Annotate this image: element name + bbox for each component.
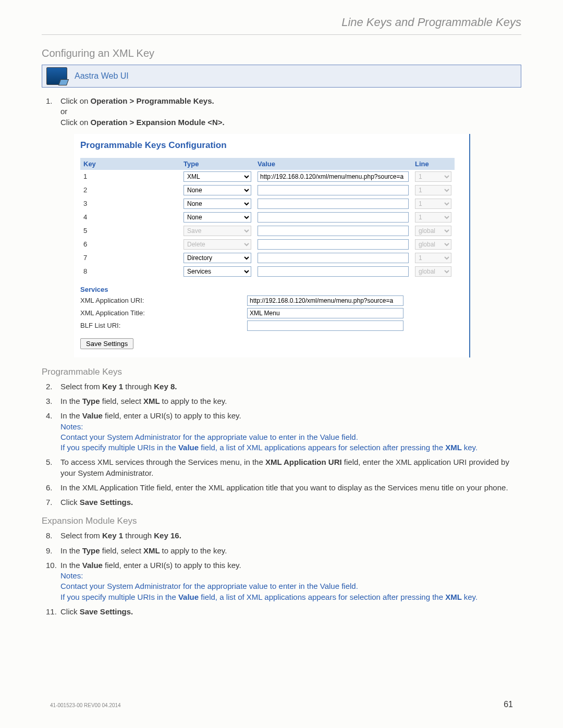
table-row: 6Deleteglobal [80,238,455,251]
value-input[interactable] [258,171,409,182]
aastra-web-ui-box: Aastra Web UI [42,65,521,88]
expansion-module-keys-subhead: Expansion Module Keys [42,516,521,526]
step-5: 5. To access XML services through the Se… [46,455,521,480]
xml-app-title-label: XML Application Title: [80,309,247,317]
table-row: 1XML1 [80,170,455,183]
xml-app-uri-label: XML Application URI: [80,297,247,304]
running-head: Line Keys and Programmable Keys [42,16,521,35]
line-select: global [415,239,451,250]
value-input[interactable] [258,185,409,195]
line-select: 1 [415,199,451,209]
step-3: 3. In the Type field, select XML to appl… [46,394,521,409]
type-select[interactable]: None [183,185,251,195]
line-select: 1 [415,171,451,182]
monitor-icon [46,67,67,85]
key-cell: 4 [80,211,180,224]
step-4-notes-label: Notes: [60,422,521,432]
type-select[interactable]: Services [183,266,251,277]
step-7: 7. Click Save Settings. [46,495,521,510]
step-10: 10. In the Value field, enter a URI(s) t… [46,558,521,604]
type-select[interactable]: Directory [183,253,251,263]
ui-heading: Programmable Keys Configuration [80,140,455,151]
key-cell: 2 [80,183,180,197]
step-4-note-2: If you specify multiple URIs in the Valu… [60,442,521,453]
step-2: 2. Select from Key 1 through Key 8. [46,379,521,394]
table-row: 2None1 [80,183,455,197]
step-6: 6. In the XML Application Title field, e… [46,480,521,495]
step-1-text-a: Click on [60,96,91,105]
step-10-note-1: Contact your System Administrator for th… [60,581,521,591]
table-row: 8Servicesglobal [80,265,455,278]
type-select[interactable]: None [183,212,251,223]
line-select: global [415,266,451,277]
programmable-keys-subhead: Programmable Keys [42,367,521,377]
value-input[interactable] [258,266,409,277]
line-select: 1 [415,185,451,195]
value-input[interactable] [258,226,409,236]
line-select: 1 [415,253,451,263]
value-input[interactable] [258,212,409,223]
type-select: Save [183,226,251,236]
step-4-note-1: Contact your System Administrator for th… [60,432,521,442]
key-cell: 5 [80,224,180,238]
step-10-note-2: If you specify multiple URIs in the Valu… [60,592,521,602]
step-9: 9. In the Type field, select XML to appl… [46,544,521,558]
key-cell: 1 [80,170,180,183]
type-select: Delete [183,239,251,250]
value-input[interactable] [258,253,409,263]
services-title: Services [80,286,455,293]
type-select[interactable]: None [183,199,251,209]
col-line-header: Line [412,158,455,170]
type-select[interactable]: XML [183,171,251,182]
blf-list-uri-label: BLF List URI: [80,322,247,329]
line-select: 1 [415,212,451,223]
table-row: 3None1 [80,197,455,211]
page-footer: 41-001523-00 REV00 04.2014 61 [50,700,513,709]
step-1-text-b: Operation > Programmable Keys. [91,96,214,105]
key-cell: 8 [80,265,180,278]
step-1-num: 1. [46,96,53,106]
value-input[interactable] [258,239,409,250]
key-cell: 6 [80,238,180,251]
step-1: 1. Click on Operation > Programmable Key… [46,94,521,130]
keys-table: Key Type Value Line 1XML12None13None14No… [80,158,455,278]
table-row: 4None1 [80,211,455,224]
col-type-header: Type [180,158,254,170]
step-8: 8. Select from Key 1 through Key 16. [46,528,521,543]
section-title: Configuring an XML Key [42,47,521,59]
step-11: 11. Click Save Settings. [46,604,521,619]
step-10-notes-label: Notes: [60,571,521,581]
line-select: global [415,226,451,236]
step-4: 4. In the Value field, enter a URI(s) to… [46,409,521,455]
step-1-line2: Click on Operation > Expansion Module <N… [60,117,521,128]
aastra-box-title: Aastra Web UI [75,71,129,81]
col-key-header: Key [80,158,180,170]
xml-app-uri-input[interactable] [247,295,403,306]
page-number: 61 [504,700,513,709]
key-cell: 3 [80,197,180,211]
xml-app-title-input[interactable] [247,308,403,318]
blf-list-uri-input[interactable] [247,320,403,331]
table-row: 7Directory1 [80,251,455,265]
col-value-header: Value [254,158,412,170]
save-settings-button[interactable]: Save Settings [80,338,133,349]
programmable-keys-config-panel: Programmable Keys Configuration Key Type… [74,134,470,357]
step-1-or: or [60,106,521,117]
key-cell: 7 [80,251,180,265]
doc-id: 41-001523-00 REV00 04.2014 [50,702,121,708]
table-row: 5Saveglobal [80,224,455,238]
value-input[interactable] [258,199,409,209]
